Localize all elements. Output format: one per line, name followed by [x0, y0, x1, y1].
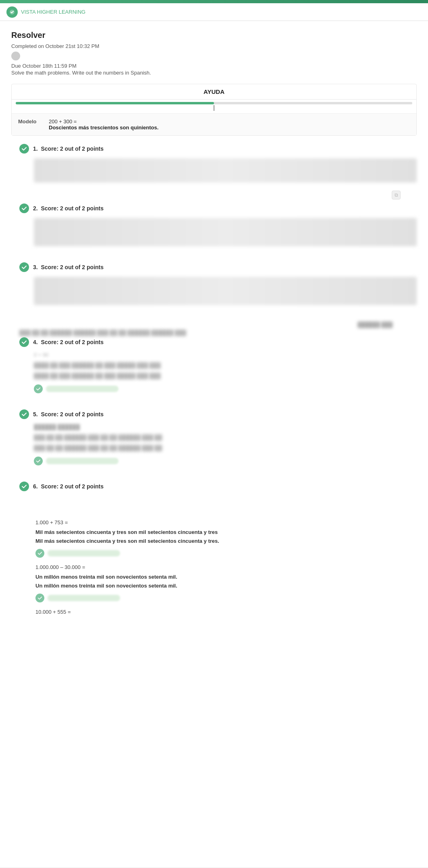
assignment-header: Resolver Completed on October 21st 10:32…	[11, 31, 417, 76]
q5-answer-blurred-2: ███ ██ ██ ██████ ███ ██ ██ ██████ ███ ██	[34, 443, 417, 453]
assignment-title: Resolver	[11, 31, 417, 40]
modelo-row: Modelo 200 + 300 = Doscientos más tresci…	[12, 114, 416, 135]
q6-sub1-check	[35, 549, 44, 558]
question-3-blurred	[34, 277, 417, 305]
question-2-badge	[19, 204, 29, 213]
question-5-badge	[19, 409, 29, 419]
question-1: 1. Score: 2 out of 2 points	[11, 144, 417, 183]
modelo-content: 200 + 300 = Doscientos más trescientos s…	[49, 118, 158, 131]
question-5: 5. Score: 2 out of 2 points ██████ █████…	[11, 409, 417, 465]
navbar: VISTA HIGHER LEARNING	[0, 3, 428, 21]
q4-check-icon	[34, 384, 43, 393]
q5-prompt-blurred: ██████ ██████	[34, 424, 417, 430]
question-1-content	[19, 158, 417, 183]
modelo-problem: 200 + 300 =	[49, 118, 158, 125]
q6-sub2-answer1: Un millón menos treinta mil son novecien…	[35, 573, 417, 581]
ayuda-section: AYUDA Modelo 200 + 300 = Doscientos más …	[11, 84, 417, 136]
progress-bar-track	[16, 102, 412, 104]
q4-answer-blurred-1: ████ ██ ███ ██████ ██ ███ █████ ███ ███	[34, 360, 417, 371]
q6-sub1-badge-row	[35, 549, 417, 558]
question-2-header: 2. Score: 2 out of 2 points	[19, 204, 417, 213]
q6-sub2-problem: 1.000.000 – 30.000 =	[35, 564, 417, 570]
question-2: 2. Score: 2 out of 2 points	[11, 204, 417, 246]
question-4-mid-blurred: ███ ██ ██ ██████ ██████ ███ ██ ██ ██████…	[19, 329, 417, 336]
progress-bar-fill	[16, 102, 214, 104]
avatar-row	[11, 52, 417, 60]
modelo-answer: Doscientos más trescientos son quiniento…	[49, 125, 158, 131]
q5-check-icon	[34, 457, 43, 465]
question-5-content: ██████ ██████ ███ ██ ██ ██████ ███ ██ ██…	[19, 424, 417, 465]
question-4-badge	[19, 337, 29, 347]
question-3-badge	[19, 262, 29, 272]
q6-sub2-badge	[48, 595, 120, 601]
question-3: 3. Score: 2 out of 2 points	[11, 262, 417, 305]
question-6-header: 6. Score: 2 out of 2 points	[19, 482, 417, 491]
question-2-score: 2. Score: 2 out of 2 points	[33, 205, 104, 212]
q5-answer-blurred-1: ███ ██ ██ ██████ ███ ██ ██ ██████ ███ ██	[34, 432, 417, 443]
copy-icon-btn-1[interactable]: ⧉	[392, 191, 401, 199]
q4-badge	[46, 386, 118, 392]
logo-icon	[6, 6, 18, 18]
question-1-header: 1. Score: 2 out of 2 points	[19, 144, 417, 154]
ayuda-progress-container	[12, 100, 416, 114]
due-date: Due October 18th 11:59 PM	[11, 63, 417, 69]
question-3-score: 3. Score: 2 out of 2 points	[33, 264, 104, 270]
nav-logo[interactable]: VISTA HIGHER LEARNING	[6, 6, 85, 18]
question-3-header: 3. Score: 2 out of 2 points	[19, 262, 417, 272]
avatar	[11, 52, 20, 60]
q6-spacer1	[34, 496, 417, 516]
assignment-description: Solve the math problems. Write out the n…	[11, 70, 417, 76]
completed-on: Completed on October 21st 10:32 PM	[11, 43, 417, 49]
q5-badge	[46, 458, 118, 464]
q6-sub3-problem: 10.000 + 555 =	[35, 609, 417, 615]
q6-sub1-answer2: Mil más setecientos cincuenta y tres son…	[35, 537, 417, 546]
q6-sub1-problem: 1.000 + 753 =	[35, 519, 417, 525]
modelo-label: Modelo	[18, 118, 42, 131]
question-2-content	[19, 218, 417, 246]
nav-logo-text: VISTA HIGHER LEARNING	[21, 9, 85, 15]
question-2-blurred	[34, 218, 417, 246]
q6-sub2-badge-row	[35, 594, 417, 602]
question-1-badge	[19, 144, 29, 154]
question-6-score: 6. Score: 2 out of 2 points	[33, 483, 104, 490]
question-1-score: 1. Score: 2 out of 2 points	[33, 145, 104, 152]
q4-answer-blurred-2: ████ ██ ███ ██████ ██ ███ █████ ███ ███	[34, 371, 417, 381]
q6-sub1-badge	[48, 550, 120, 557]
top-progress-bar	[0, 0, 428, 3]
q6-sub1-answer1: Mil más setecientos cincuenta y tres son…	[35, 528, 417, 537]
q6-sub2-answer2: Un millón menos treinta mil son novecien…	[35, 581, 417, 590]
question-6-content: 1.000 + 753 = Mil más setecientos cincue…	[19, 496, 417, 615]
question-4-content: 0 + 90 ████ ██ ███ ██████ ██ ███ █████ █…	[19, 352, 417, 393]
progress-indicator	[214, 105, 214, 111]
question-1-blurred	[34, 158, 417, 183]
question-4-header: 4. Score: 2 out of 2 points	[19, 337, 417, 347]
q6-sub2: 1.000.000 – 30.000 = Un millón menos tre…	[34, 564, 417, 602]
q4-problem: 0 + 90	[34, 352, 417, 358]
q4-answer-badge-row	[34, 384, 417, 393]
q5-answer-badge-row	[34, 457, 417, 465]
question-4: ██████ ███ ███ ██ ██ ██████ ██████ ███ █…	[11, 321, 417, 393]
question-5-score: 5. Score: 2 out of 2 points	[33, 411, 104, 417]
ayuda-title: AYUDA	[12, 84, 416, 100]
main-content: Resolver Completed on October 21st 10:32…	[0, 21, 428, 867]
question-6: 6. Score: 2 out of 2 points 1.000 + 753 …	[11, 482, 417, 615]
question-5-header: 5. Score: 2 out of 2 points	[19, 409, 417, 419]
q6-sub3: 10.000 + 555 =	[34, 609, 417, 615]
question-4-top-blurred: ██████ ███	[19, 321, 417, 328]
q6-sub1: 1.000 + 753 = Mil más setecientos cincue…	[34, 519, 417, 558]
question-6-badge	[19, 482, 29, 491]
question-3-content	[19, 277, 417, 305]
question-4-score: 4. Score: 2 out of 2 points	[33, 339, 104, 345]
copy-icon-area-1: ⧉	[11, 191, 417, 199]
q6-sub2-check	[35, 594, 44, 602]
